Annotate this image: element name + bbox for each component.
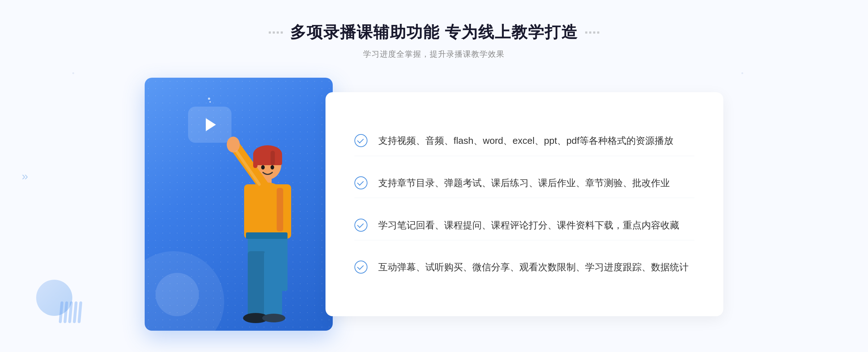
dot-grid-left: for(let i=0;i<64;i++) document.currentSc… — [72, 72, 127, 126]
svg-rect-11 — [264, 251, 282, 316]
feature-text-2: 支持章节目录、弹题考试、课后练习、课后作业、章节测验、批改作业 — [378, 176, 670, 191]
svg-rect-19 — [271, 151, 275, 165]
feature-text-4: 互动弹幕、试听购买、微信分享、观看次数限制、学习进度跟踪、数据统计 — [378, 260, 689, 275]
header-decoration-left — [269, 31, 283, 34]
feature-text-3: 学习笔记回看、课程提问、课程评论打分、课件资料下载，重点内容收藏 — [378, 218, 679, 233]
svg-rect-18 — [253, 152, 258, 168]
header-section: 多项录播课辅助功能 专为线上教学打造 学习进度全掌握，提升录播课教学效果 — [269, 22, 599, 60]
feature-item-3: 学习笔记回看、课程提问、课程评论打分、课件资料下载，重点内容收藏 — [354, 211, 694, 241]
svg-rect-17 — [277, 188, 283, 231]
check-icon-2 — [354, 176, 367, 189]
svg-point-13 — [262, 314, 285, 322]
check-icon-4 — [354, 261, 367, 274]
person-illustration — [201, 128, 327, 331]
svg-point-7 — [227, 137, 240, 153]
deco-stripes — [59, 301, 82, 323]
chevron-icon-1: » — [22, 169, 28, 183]
page-subtitle: 学习进度全掌握，提升录播课教学效果 — [269, 49, 599, 60]
left-chevrons: » — [22, 169, 28, 183]
card-circle-small — [156, 273, 199, 316]
feature-item-2: 支持章节目录、弹题考试、课后练习、课后作业、章节测验、批改作业 — [354, 168, 694, 198]
page-wrapper: for(let i=0;i<64;i++) document.currentSc… — [0, 0, 868, 352]
header-decoration-right — [585, 31, 599, 34]
header-title-row: 多项录播课辅助功能 专为线上教学打造 — [269, 22, 599, 43]
feature-item-1: 支持视频、音频、flash、word、excel、ppt、pdf等各种格式的资源… — [354, 126, 694, 156]
feature-text-1: 支持视频、音频、flash、word、excel、ppt、pdf等各种格式的资源… — [378, 133, 673, 149]
sparkle-decoration — [208, 98, 211, 103]
svg-point-16 — [271, 165, 274, 169]
dot-grid-right: for(let i=0;i<64;i++) document.currentSc… — [741, 72, 796, 126]
svg-rect-14 — [246, 232, 288, 239]
svg-point-15 — [261, 165, 265, 169]
check-icon-3 — [354, 219, 367, 232]
feature-item-4: 互动弹幕、试听购买、微信分享、观看次数限制、学习进度跟踪、数据统计 — [354, 253, 694, 282]
left-card — [145, 78, 333, 331]
main-content: 支持视频、音频、flash、word、excel、ppt、pdf等各种格式的资源… — [145, 78, 723, 331]
svg-rect-10 — [248, 251, 266, 316]
right-card: 支持视频、音频、flash、word、excel、ppt、pdf等各种格式的资源… — [326, 92, 723, 316]
check-icon-1 — [354, 134, 367, 147]
page-title: 多项录播课辅助功能 专为线上教学打造 — [290, 22, 578, 43]
